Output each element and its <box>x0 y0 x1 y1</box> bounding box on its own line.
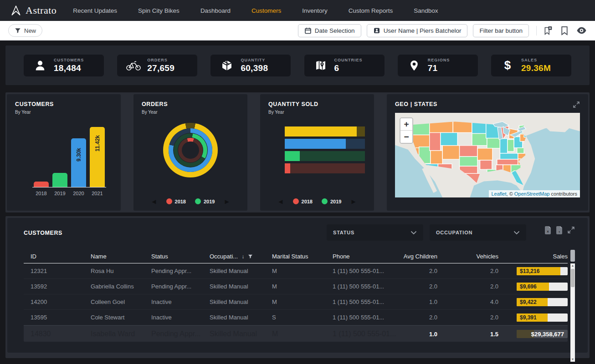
zoom-in-button[interactable]: + <box>400 118 412 131</box>
orders-radial[interactable] <box>163 123 218 177</box>
leaflet-link[interactable]: Leaflet <box>492 191 507 197</box>
user-name-button[interactable]: User Name | Piers Batchelor <box>367 24 468 37</box>
col-avg-children[interactable]: Avg Children <box>401 253 442 260</box>
qbar-2019[interactable] <box>285 151 365 161</box>
sort-desc-icon[interactable]: ↓ <box>241 253 244 260</box>
totals-values: 1.0 1.5 $29,358,677 <box>24 326 568 342</box>
legend-next-icon[interactable]: ▶ <box>351 199 355 204</box>
charts-band: CUSTOMERS By Year 9.30k11.42k 2018201920… <box>5 92 590 212</box>
legend-item-2019[interactable]: 2019 <box>195 198 215 204</box>
nav-item-sandbox[interactable]: Sandbox <box>414 7 438 14</box>
orders-legend: ◀ 20182019 ▶ <box>133 198 247 204</box>
kpi-regions[interactable]: REGIONS 71 <box>398 55 478 76</box>
csv-export-icon[interactable]: , <box>556 226 563 234</box>
bar-value-label: 11.42k <box>94 135 101 152</box>
status-dropdown[interactable]: STATUS <box>327 224 423 241</box>
nav-item-dashboard[interactable]: Dashboard <box>200 7 231 14</box>
scrollbar-thumb[interactable] <box>571 269 574 287</box>
legend-prev-icon[interactable]: ◀ <box>152 199 156 204</box>
kpi-sales[interactable]: $ SALES 29.36M <box>491 55 571 76</box>
scrollbar-thumb[interactable] <box>570 250 575 262</box>
kpi-label: QUANTITY <box>241 58 268 62</box>
qbar-2020[interactable] <box>285 139 365 149</box>
x-tick: 2020 <box>71 191 86 196</box>
column-filter-icon[interactable] <box>248 254 253 259</box>
nav-item-spin-city-bikes[interactable]: Spin City Bikes <box>138 7 180 14</box>
bar-value-label: 9.30k <box>76 148 82 162</box>
svg-text:,: , <box>559 228 560 233</box>
eye-icon[interactable] <box>576 26 587 35</box>
new-filter-button[interactable]: New <box>8 24 42 37</box>
col-phone[interactable]: Phone <box>333 253 401 260</box>
toolbar-right: Date Selection User Name | Piers Batchel… <box>298 24 587 37</box>
col-sales[interactable]: Sales <box>503 253 568 260</box>
table-export-icons: x , <box>544 226 575 234</box>
dashboard-main: CUSTOMERS 18,484 ORDERS 27,659 <box>0 40 595 358</box>
table-row[interactable]: 13595 Cole Stewart Inactive Skilled Manu… <box>24 310 568 325</box>
brand[interactable]: Astrato <box>10 5 56 16</box>
zoom-out-button[interactable]: − <box>400 131 412 143</box>
kpi-countries[interactable]: COUNTRIES 6 <box>304 55 385 76</box>
top-navigation: Astrato Recent Updates Spin City Bikes D… <box>0 0 595 21</box>
kpi-label: SALES <box>521 58 551 62</box>
bookmark-icon[interactable] <box>560 26 569 35</box>
nav-item-recent-updates[interactable]: Recent Updates <box>73 7 117 14</box>
kpi-value: 18,484 <box>54 63 84 73</box>
excel-export-icon[interactable]: x <box>544 226 551 234</box>
occupation-dropdown[interactable]: OCCUPATION <box>430 224 526 241</box>
qbar-2018[interactable] <box>285 163 365 173</box>
osm-link[interactable]: OpenStreetMap <box>514 191 550 197</box>
user-badge-icon <box>373 27 380 34</box>
kpi-customers[interactable]: CUSTOMERS 18,484 <box>24 55 104 76</box>
scroll-up-icon[interactable]: ▲ <box>571 263 574 268</box>
col-marital-status[interactable]: Marital Status <box>272 253 333 260</box>
bar-2019[interactable] <box>52 173 67 187</box>
bar-2020[interactable]: 9.30k <box>71 138 86 187</box>
col-name[interactable]: Name <box>91 253 151 260</box>
legend-item-2018[interactable]: 2018 <box>166 198 186 204</box>
kpi-label: REGIONS <box>428 58 450 62</box>
pin-icon <box>405 59 423 72</box>
sales-bar: $9,391 <box>517 313 568 322</box>
nav-item-inventory[interactable]: Inventory <box>302 7 328 14</box>
person-icon <box>31 59 49 72</box>
table-row[interactable]: 12321 Rosa Hu Pending Appr... Skilled Ma… <box>24 263 568 279</box>
x-tick: 2018 <box>34 191 49 196</box>
filter-bar-button[interactable]: Filter bar button <box>473 24 529 37</box>
legend-next-icon[interactable]: ▶ <box>225 199 229 204</box>
filter-toolbar: New Date Selection User Name | Piers Bat… <box>0 21 595 40</box>
expand-icon[interactable] <box>573 101 580 108</box>
legend-item-2019[interactable]: 2019 <box>322 198 341 204</box>
chart-subtitle: By Year <box>142 110 239 115</box>
qbar-2021[interactable] <box>285 126 365 136</box>
kpi-orders[interactable]: ORDERS 27,659 <box>117 55 197 76</box>
col-status[interactable]: Status <box>151 253 210 260</box>
date-selection-button[interactable]: Date Selection <box>298 24 361 37</box>
scroll-down-icon[interactable]: ▼ <box>571 357 574 362</box>
x-tick: 2021 <box>90 191 105 196</box>
legend-dot <box>322 198 328 204</box>
nav-item-custom-reports[interactable]: Custom Reports <box>349 7 393 14</box>
kpi-quantity[interactable]: QUANTITY 60,398 <box>210 55 291 76</box>
bar-2018[interactable] <box>34 182 49 187</box>
col-occupation[interactable]: Occupati... ↓ <box>210 253 272 260</box>
chart-subtitle: By Year <box>15 110 113 115</box>
col-id[interactable]: ID <box>31 253 91 260</box>
legend-item-2018[interactable]: 2018 <box>293 198 313 204</box>
svg-text:x: x <box>547 229 549 233</box>
nav-item-customers[interactable]: Customers <box>251 7 281 14</box>
bar-2021[interactable]: 11.42k <box>90 127 105 187</box>
expand-icon[interactable] <box>567 226 575 234</box>
kpi-label: ORDERS <box>147 58 174 62</box>
table-header-bar: CUSTOMERS STATUS OCCUPATION x <box>24 224 575 241</box>
col-vehicles[interactable]: Vehicles <box>442 253 503 260</box>
table-row[interactable]: 13592 Gabriella Collins Pending Appr... … <box>24 279 568 294</box>
chevron-down-icon <box>513 231 520 235</box>
legend-prev-icon[interactable]: ◀ <box>278 199 282 204</box>
bookmark-add-icon[interactable] <box>543 26 553 35</box>
map-canvas[interactable]: + − Leaflet, © OpenStreetMap contributor… <box>395 113 580 197</box>
date-selection-label: Date Selection <box>315 27 355 34</box>
table-scrollbar[interactable]: ▲ ▼ <box>570 250 575 362</box>
map-zoom-control: + − <box>400 117 413 144</box>
table-row[interactable]: 14200 Colleen Goel Inactive Skilled Manu… <box>24 294 568 310</box>
